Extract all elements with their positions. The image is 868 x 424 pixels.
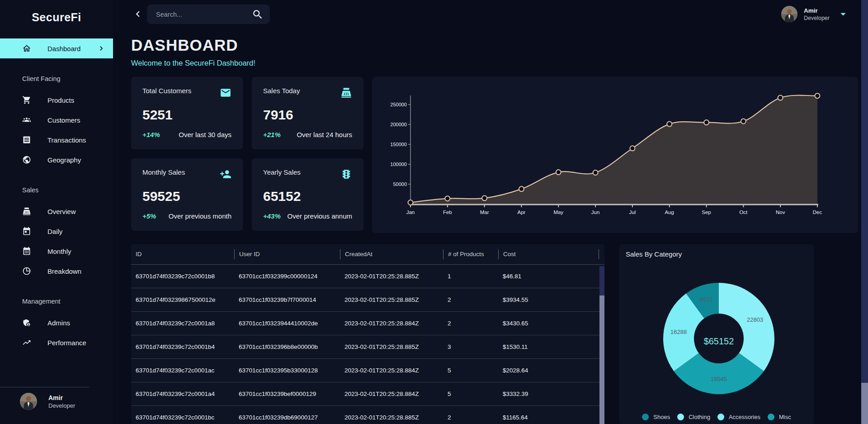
legend-item-shoes[interactable]: Shoes [642,414,670,420]
legend-item-clothing[interactable]: Clothing [677,414,710,420]
y-tick-label: 150000 [390,142,407,147]
column-header[interactable]: ID [131,249,234,259]
data-point-marker[interactable] [704,120,709,125]
table-cell: 63701cc1f032399c00000124 [234,273,340,280]
table-cell: $3430.65 [498,320,596,327]
calendar-month-icon [22,247,31,256]
table-cell: 63701cc1f032395b33000128 [234,367,340,374]
line-chart-area [410,95,817,204]
data-point-marker[interactable] [667,122,672,127]
topbar-user-role: Developer [804,15,830,21]
sidebar-item-label: Daily [47,228,62,235]
sidebar-item-geography[interactable]: Geography [0,150,113,170]
sidebar-item-overview[interactable]: Overview [0,201,113,221]
table-scrollbar[interactable] [599,266,604,424]
data-point-marker[interactable] [482,195,487,200]
trending-up-icon [22,338,31,347]
data-point-marker[interactable] [445,196,450,201]
donut-chart-svg: 2280319545162886515 [619,244,814,424]
sidebar-item-monthly[interactable]: Monthly [0,241,113,261]
table-cell: 2023-02-01T20:25:28.885Z [340,296,443,303]
table-cell: 63701cc1f03239db69000127 [234,414,340,421]
dropdown-arrow-icon[interactable] [837,8,849,20]
calendar-today-icon [22,227,31,236]
table-scrollbar-thumb[interactable] [599,295,604,424]
traffic-icon [340,168,352,180]
data-point-marker[interactable] [741,119,746,124]
stat-card-description: Over previous month [169,212,231,220]
page-scrollbar-thumb[interactable] [861,383,868,424]
data-point-marker[interactable] [519,186,524,191]
data-point-marker[interactable] [778,95,783,100]
table-row[interactable]: 63701d74f03239c72c0001bc63701cc1f03239db… [131,406,604,424]
table-row[interactable]: 63701d74f03239c72c0001a463701cc1f03239be… [131,382,604,406]
data-point-marker[interactable] [593,170,598,175]
data-point-marker[interactable] [815,93,820,98]
x-tick-label: Sep [702,210,711,215]
sidebar-item-admins[interactable]: Admins [0,313,113,333]
data-point-marker[interactable] [556,170,561,175]
stat-card-increase: +43% [263,212,281,220]
x-tick-label: Aug [665,210,674,215]
person-add-icon [220,168,231,180]
data-point-marker[interactable] [408,200,413,205]
column-header[interactable]: CreatedAt [340,249,443,259]
table-cell: $1530.11 [498,343,596,350]
sidebar-item-daily[interactable]: Daily [0,221,113,241]
table-row[interactable]: 63701d74f03239c72c0001a863701cc1f0323944… [131,312,604,335]
legend-label: Clothing [689,414,710,420]
table-cell: 63701d74f03239c72c0001b4 [131,343,234,350]
line-chart-svg: 50000100000150000200000250000JanFebMarAp… [372,77,858,233]
sidebar-user-name: Amir [48,394,75,401]
sidebar-item-performance[interactable]: Performance [0,333,113,353]
legend-item-misc[interactable]: Misc [768,414,791,420]
table-header-row: IDUser IDCreatedAt# of ProductsCost [131,244,604,265]
sales-by-category-panel: Sales By Category 2280319545162886515 $6… [619,244,814,424]
table-cell: 2 [443,296,498,303]
table-cell: 2 [443,320,498,327]
table-cell: 2023-02-01T20:25:28.884Z [340,391,443,397]
email-icon [220,87,231,99]
table-row[interactable]: 63701d74f03239c72c0001ac63701cc1f032395b… [131,359,604,382]
table-cell: 63701d74f03239c72c0001a8 [131,320,234,327]
back-button[interactable] [132,8,144,20]
sidebar-item-label: Geography [47,156,81,164]
table-cell: $46.81 [498,273,596,280]
legend-item-accessories[interactable]: Accessories [717,414,760,420]
sidebar-user[interactable]: Amir Developer [20,393,75,410]
x-tick-label: Feb [443,210,452,215]
legend-label: Accessories [729,414,760,420]
sidebar-item-customers[interactable]: Customers [0,110,113,130]
groups-icon [22,115,31,124]
column-header[interactable]: User ID [234,249,340,259]
sidebar-item-transactions[interactable]: Transactions [0,130,113,150]
point-of-sale-icon [340,87,352,99]
table-cell: 2023-02-01T20:25:28.885Z [340,273,443,280]
table-cell: $3332.39 [498,391,596,397]
page-scrollbar[interactable] [861,0,868,424]
sidebar-item-label: Overview [47,208,76,215]
stat-card-title: Total Customers [142,87,191,95]
stat-card-description: Over previous annum [288,212,352,220]
chevron-right-icon [97,44,106,53]
table-row[interactable]: 63701d74f03239c72c0001b863701cc1f032399c… [131,265,604,288]
column-header[interactable]: Cost [498,249,596,259]
search-button[interactable] [252,9,264,20]
sidebar-item-products[interactable]: Products [0,90,113,110]
x-tick-label: Apr [518,210,526,215]
table-row[interactable]: 63701d74f03239867500012e63701cc1f03239b7… [131,288,604,312]
search-box[interactable] [147,5,270,24]
avatar [20,393,37,410]
stat-card-increase: +14% [142,131,160,138]
column-header[interactable]: # of Products [443,249,498,259]
donut-slice-clothing[interactable] [719,283,774,371]
data-point-marker[interactable] [630,146,635,151]
topbar-user-menu[interactable]: Amir Developer [781,6,849,22]
sidebar-item-dashboard[interactable]: Dashboard [0,38,113,58]
table-cell: 1 [443,273,498,280]
table-row[interactable]: 63701d74f03239c72c0001b463701cc1f032396b… [131,335,604,359]
legend-label: Shoes [653,414,670,420]
sidebar-item-breakdown[interactable]: Breakdown [0,261,113,281]
x-tick-label: Oct [739,210,748,215]
search-input[interactable] [156,11,252,18]
